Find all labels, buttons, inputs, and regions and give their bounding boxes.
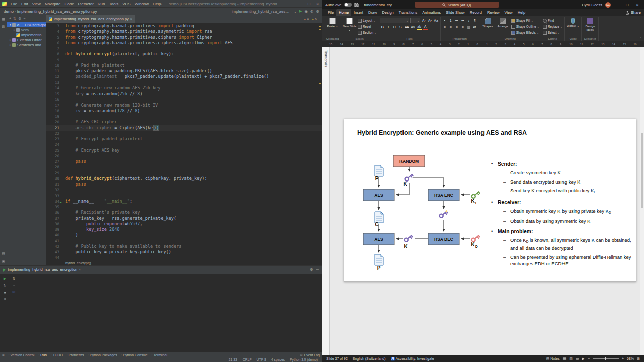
avatar[interactable]: CG — [605, 2, 611, 8]
toolwindow-switcher-icon[interactable]: ▦ — [2, 353, 5, 356]
editor-tab[interactable]: implementing_hybrid_rsa_aes_encryption.p… — [46, 15, 135, 23]
favorites-stripe-icon[interactable]: ▤ — [2, 252, 5, 256]
section-button[interactable]: Section⌄ — [358, 30, 376, 35]
collapse-ribbon-icon[interactable]: ⌃ — [639, 37, 642, 40]
project-tree-row[interactable]: implementing_hybrid_rsa_aes_encryption.p… — [7, 32, 46, 37]
inspection-indicator[interactable]: ▲6 — [311, 17, 317, 21]
arrange-button[interactable]: Arrange — [496, 17, 510, 28]
project-tree-row[interactable]: ▸venv — [7, 27, 46, 32]
accessibility-indicator[interactable]: ♿ Accessibility: Investigate — [391, 357, 434, 361]
menu-file[interactable]: File — [9, 2, 19, 6]
font-color-button[interactable]: A — [423, 24, 428, 30]
share-button[interactable]: Share — [625, 10, 641, 16]
project-tree-row[interactable]: ▾demoC:\Users\goess\De — [7, 22, 46, 27]
ribbon-tab-slide-show[interactable]: Slide Show — [443, 9, 467, 16]
close-tab-icon[interactable]: × — [130, 17, 132, 21]
breadcrumb-item[interactable]: implementing_hybrid_rsa_aes_encryption.p… — [16, 9, 98, 14]
new-slide-button[interactable]: New Slide ⌄ — [343, 17, 356, 31]
debug-button[interactable]: ◉ — [304, 9, 308, 14]
slideshow-icon[interactable]: ▶ — [582, 357, 585, 361]
menu-run[interactable]: Run — [96, 2, 107, 6]
layout-stripe-icon[interactable]: ▣ — [2, 259, 5, 263]
menu-navigate[interactable]: Navigate — [43, 2, 63, 6]
font-size-combo[interactable]: ⌄ — [410, 18, 420, 23]
soft-wrap-icon[interactable]: ≡ — [13, 284, 15, 287]
columns-button[interactable]: ▥ — [466, 24, 471, 30]
settings-icon[interactable]: ⚙ — [316, 9, 319, 14]
editor-breadcrumbs[interactable]: hybrid_encrypt() — [46, 260, 322, 265]
project-stripe-icon[interactable]: ▦ — [2, 17, 5, 21]
close-button[interactable]: × — [634, 3, 641, 7]
align-left-button[interactable]: ≡ — [442, 24, 447, 30]
numbered-list-button[interactable]: 1 — [448, 18, 453, 23]
justify-button[interactable]: ≡ — [460, 24, 465, 30]
ribbon-tab-insert[interactable]: Insert — [351, 9, 366, 16]
project-tree-row[interactable]: ▸Scratches and Consoles — [7, 42, 46, 47]
breadcrumb-item[interactable]: demo — [3, 9, 15, 14]
slide-number-indicator[interactable]: Slide 37 of 92 — [326, 357, 348, 360]
up-stack-icon[interactable]: ⇅ — [13, 277, 16, 281]
document-title[interactable]: fundamental_cry... — [364, 3, 395, 7]
menu-help[interactable]: Help — [151, 2, 163, 6]
close-tab-icon[interactable]: × — [79, 268, 81, 272]
replace-button[interactable]: Replace⌄ — [543, 24, 562, 29]
ribbon-tab-draw[interactable]: Draw — [366, 9, 380, 16]
status-item[interactable]: 21:33 — [229, 358, 237, 361]
reading-view-icon[interactable]: ▭ — [576, 357, 579, 361]
status-item[interactable]: 4 spaces — [271, 358, 285, 361]
italic-button[interactable]: I — [386, 24, 391, 30]
shape-outline-button[interactable]: Shape Outline⌄ — [511, 24, 539, 29]
shapes-button[interactable]: Shapes — [481, 17, 495, 28]
hide-panel-icon[interactable]: ─ — [316, 267, 319, 272]
event-log-button[interactable]: ▤ Event Log — [300, 353, 320, 357]
slide-canvas[interactable]: RANDOM AES RSA ENC AES RSA DEC — [344, 119, 636, 282]
zoom-level[interactable]: 68% — [627, 357, 634, 360]
decrease-indent-button[interactable]: ⇤ — [454, 18, 459, 23]
underline-button[interactable]: U — [392, 24, 397, 30]
align-center-button[interactable]: ≡ — [448, 24, 453, 30]
shape-fill-button[interactable]: Shape Fill⌄ — [511, 18, 539, 23]
line-spacing-button[interactable]: ↕ — [466, 18, 471, 23]
run-configuration-select[interactable]: implementing_hybrid_rsa_aes_encryption — [232, 9, 291, 14]
menu-window[interactable]: Window — [133, 2, 151, 6]
change-case-button[interactable]: Aa — [433, 18, 439, 23]
rerun-failed-icon[interactable]: ↻ — [4, 284, 7, 288]
decrease-font-size-button[interactable]: A▾ — [427, 18, 432, 23]
scroll-to-source-icon[interactable]: ⇅ — [13, 17, 16, 21]
settings-icon[interactable]: ⚙ — [18, 17, 21, 21]
menu-view[interactable]: View — [30, 2, 43, 6]
toolwindow-python-packages[interactable]: ▪Python Packages — [88, 353, 117, 357]
run-console-output[interactable] — [18, 274, 322, 352]
pin-icon[interactable]: ≡ — [4, 297, 6, 301]
vertical-scrollbar[interactable] — [640, 47, 644, 355]
thumbnails-pane[interactable]: Thumbnails — [322, 47, 330, 355]
ribbon-tab-home[interactable]: Home — [336, 9, 351, 16]
text-direction-button[interactable]: ¶ — [472, 18, 477, 23]
close-button[interactable]: × — [313, 2, 322, 6]
text-shadow-button[interactable]: S — [398, 24, 403, 30]
toolwindow-todo[interactable]: ▪TODO — [51, 353, 63, 357]
notes-button[interactable]: ▤ Notes — [546, 357, 560, 361]
character-spacing-button[interactable]: AV — [410, 24, 416, 30]
status-item[interactable]: UTF-8 — [257, 358, 266, 361]
ribbon-tab-transitions[interactable]: Transitions — [396, 9, 420, 16]
ribbon-tab-help[interactable]: Help — [515, 9, 528, 16]
dictate-button[interactable]: Dictate ⌄ — [566, 17, 580, 28]
ribbon-tab-view[interactable]: View — [502, 9, 515, 16]
autosave-toggle[interactable] — [344, 3, 352, 7]
status-item[interactable]: CRLF — [243, 358, 252, 361]
minimize-button[interactable]: ─ — [614, 3, 621, 7]
ribbon-tab-file[interactable]: File — [325, 9, 336, 16]
scrollbar-thumb[interactable] — [641, 133, 643, 208]
project-tree-row[interactable]: ▸External Libraries — [7, 37, 46, 42]
toolwindow-problems[interactable]: ▪Problems — [67, 353, 84, 357]
zoom-slider-knob[interactable] — [605, 357, 606, 360]
expand-all-icon[interactable]: ⊞ — [13, 290, 16, 294]
toolwindow-run[interactable]: ▪Run — [38, 353, 47, 357]
find-button[interactable]: Find — [543, 18, 562, 23]
zoom-slider[interactable] — [593, 358, 619, 359]
highlight-color-button[interactable]: ab — [417, 24, 422, 30]
menu-tools[interactable]: Tools — [107, 2, 121, 6]
run-panel-tab[interactable]: implementing_hybrid_rsa_aes_encryption × — [8, 267, 81, 272]
chevron-down-icon[interactable]: ⌄ — [294, 9, 297, 14]
